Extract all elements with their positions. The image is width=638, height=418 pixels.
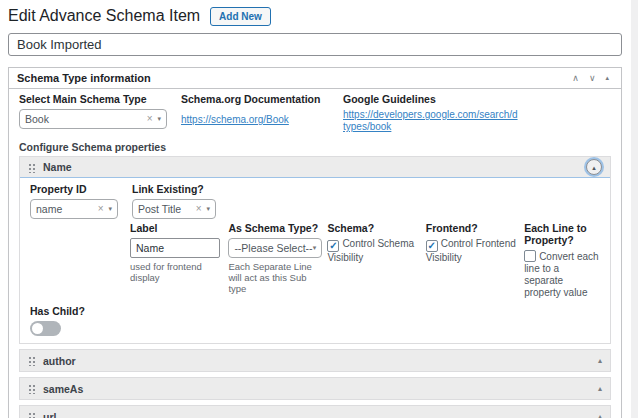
panel-header[interactable]: Schema Type information ∧ ∨ ▴ — [9, 68, 621, 89]
selected-value: --Please Select-- — [234, 242, 312, 254]
add-new-button[interactable]: Add New — [210, 7, 271, 26]
main-schema-type-label: Select Main Schema Type — [19, 93, 181, 105]
google-link-line2: types/book — [343, 121, 518, 133]
property-header-author[interactable]: author ▴ — [20, 350, 610, 371]
toggle-panel-icon[interactable]: ▴ — [601, 72, 613, 84]
panel-body: Select Main Schema Type Book × ▾ Schema.… — [9, 89, 621, 418]
as-schema-type-select[interactable]: --Please Select-- ▾ — [228, 238, 322, 258]
main-schema-type-select[interactable]: Book × ▾ — [19, 109, 167, 129]
each-line-checkbox[interactable] — [524, 250, 536, 262]
drag-handle-icon[interactable] — [28, 383, 35, 394]
panel-title: Schema Type information — [17, 72, 151, 84]
clear-icon[interactable]: × — [147, 114, 153, 124]
label-field-label: Label — [130, 222, 223, 234]
property-id-field: Property ID name × ▾ — [30, 183, 119, 219]
drag-handle-icon[interactable] — [28, 162, 35, 173]
schema-type-panel: Schema Type information ∧ ∨ ▴ Select Mai… — [8, 67, 622, 418]
google-label: Google Guidelines — [343, 93, 543, 105]
dropdown-arrow-icon: ▾ — [313, 244, 317, 252]
frontend-visibility-label: Frontend? — [426, 222, 519, 234]
property-item-author: author ▴ — [19, 349, 611, 372]
property-row-2: Label used for frontend display As Schem… — [130, 222, 600, 299]
google-guidelines-link[interactable]: https://developers.google.com/search/dty… — [343, 109, 518, 133]
drag-handle-icon[interactable] — [28, 411, 35, 418]
property-label: author — [43, 355, 76, 367]
has-child-label: Has Child? — [30, 305, 600, 317]
dropdown-arrow-icon: ▾ — [206, 205, 210, 213]
link-existing-field: Link Existing? Post Title × ▾ — [132, 183, 221, 219]
google-guidelines-field: Google Guidelines https://developers.goo… — [343, 93, 543, 134]
link-existing-select[interactable]: Post Title × ▾ — [132, 199, 216, 219]
dropdown-arrow-icon: ▾ — [157, 115, 161, 123]
toggle-knob — [32, 323, 43, 334]
property-id-label: Property ID — [30, 183, 119, 195]
page-title: Edit Advance Schema Item — [8, 6, 200, 26]
property-header-sameas[interactable]: sameAs ▴ — [20, 378, 610, 399]
schema-visibility-option: ✓Control Schema Visibility — [327, 238, 420, 264]
clear-icon[interactable]: × — [196, 204, 202, 214]
collapse-name-button[interactable]: ▴ — [586, 159, 602, 175]
move-up-icon[interactable]: ∧ — [568, 72, 583, 84]
as-schema-type-help: Each Separate Line will act as this Sub … — [228, 261, 322, 294]
schema-checkbox-text: Control Schema Visibility — [327, 238, 414, 263]
schema-visibility-field: Schema? ✓Control Schema Visibility — [327, 222, 420, 299]
property-row-1: Property ID name × ▾ Link Existing? Post… — [30, 183, 600, 219]
triangle-up-icon[interactable]: ▴ — [598, 356, 602, 365]
panel-controls: ∧ ∨ ▴ — [568, 72, 613, 84]
property-header-url[interactable]: url ▴ — [20, 406, 610, 418]
label-help-text: used for frontend display — [130, 261, 223, 283]
selected-value: name — [36, 203, 96, 215]
schema-org-docs-field: Schema.org Documentation https://schema.… — [181, 93, 343, 134]
schema-type-columns: Select Main Schema Type Book × ▾ Schema.… — [19, 93, 611, 134]
property-name-label: Name — [43, 161, 72, 173]
page-header: Edit Advance Schema Item Add New — [8, 6, 622, 26]
link-existing-label: Link Existing? — [132, 183, 221, 195]
as-schema-type-field: As Schema Type? --Please Select-- ▾ Each… — [228, 222, 322, 299]
property-label: url — [43, 411, 56, 418]
property-name-content: Property ID name × ▾ Link Existing? Post… — [20, 178, 610, 343]
property-header-name[interactable]: Name ▴ — [20, 157, 610, 178]
property-id-select[interactable]: name × ▾ — [30, 199, 118, 219]
selected-value: Post Title — [138, 203, 194, 215]
label-field: Label used for frontend display — [130, 222, 223, 299]
schema-checkbox[interactable]: ✓ — [327, 240, 339, 252]
frontend-checkbox[interactable]: ✓ — [426, 240, 438, 252]
frontend-checkbox-text: Control Frontend Visibility — [426, 238, 516, 263]
label-input[interactable] — [130, 238, 220, 258]
each-line-field: Each Line to Property? Convert each line… — [524, 222, 600, 299]
selected-value: Book — [25, 113, 145, 125]
property-item-sameas: sameAs ▴ — [19, 377, 611, 400]
frontend-visibility-option: ✓Control Frontend Visibility — [426, 238, 519, 264]
post-title-input[interactable] — [8, 33, 622, 56]
each-line-label: Each Line to Property? — [524, 222, 600, 246]
triangle-up-icon[interactable]: ▴ — [598, 412, 602, 418]
schema-visibility-label: Schema? — [327, 222, 420, 234]
has-child-field: Has Child? — [30, 305, 600, 336]
property-item-name: Name ▴ Property ID name × ▾ — [19, 156, 611, 344]
docs-label: Schema.org Documentation — [181, 93, 343, 105]
schema-org-link[interactable]: https://schema.org/Book — [181, 114, 289, 126]
clear-icon[interactable]: × — [98, 204, 104, 214]
drag-handle-icon[interactable] — [28, 355, 35, 366]
google-link-line1: https://developers.google.com/search/d — [343, 109, 518, 121]
property-item-url: url ▴ — [19, 405, 611, 418]
property-label: sameAs — [43, 383, 83, 395]
dropdown-arrow-icon: ▾ — [108, 205, 112, 213]
as-schema-type-label: As Schema Type? — [228, 222, 322, 234]
configure-properties-title: Configure Schema properties — [19, 141, 611, 153]
edit-schema-page: Edit Advance Schema Item Add New Schema … — [0, 0, 631, 418]
triangle-up-icon[interactable]: ▴ — [598, 384, 602, 393]
frontend-visibility-field: Frontend? ✓Control Frontend Visibility — [426, 222, 519, 299]
move-down-icon[interactable]: ∨ — [585, 72, 600, 84]
main-schema-type-field: Select Main Schema Type Book × ▾ — [19, 93, 181, 134]
has-child-toggle[interactable] — [30, 321, 61, 336]
each-line-option: Convert each line to a separate property… — [524, 250, 600, 299]
